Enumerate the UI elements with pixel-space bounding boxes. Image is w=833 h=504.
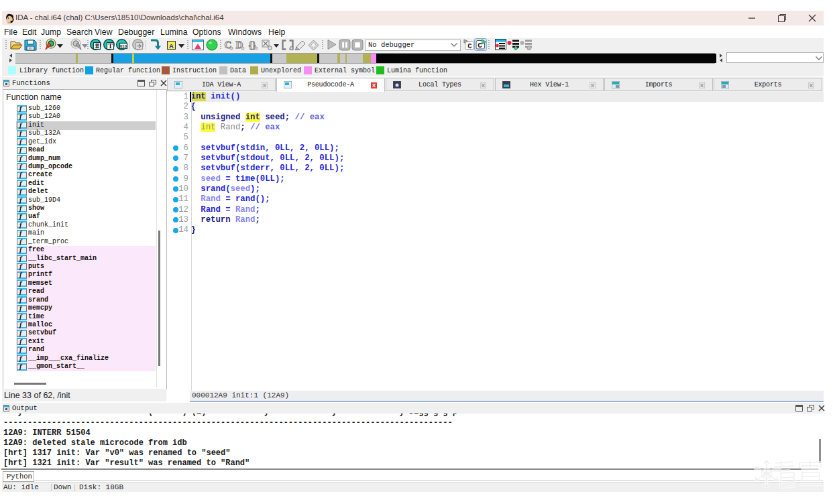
svg-text:A: A xyxy=(169,42,174,50)
svg-text:T: T xyxy=(108,42,113,50)
svg-text:010: 010 xyxy=(120,44,127,48)
svg-text:C: C xyxy=(467,42,472,50)
